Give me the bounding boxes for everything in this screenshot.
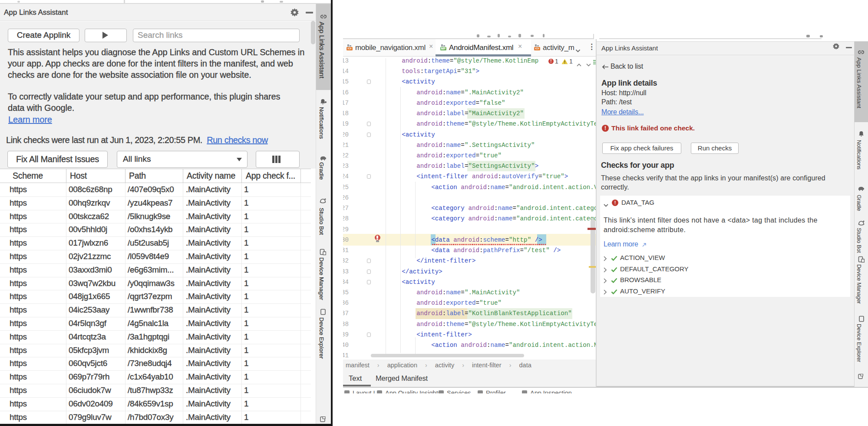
svg-text:<>: <> [348, 47, 352, 50]
svg-text:MF: MF [441, 47, 446, 50]
svg-text:<>: <> [535, 47, 539, 50]
